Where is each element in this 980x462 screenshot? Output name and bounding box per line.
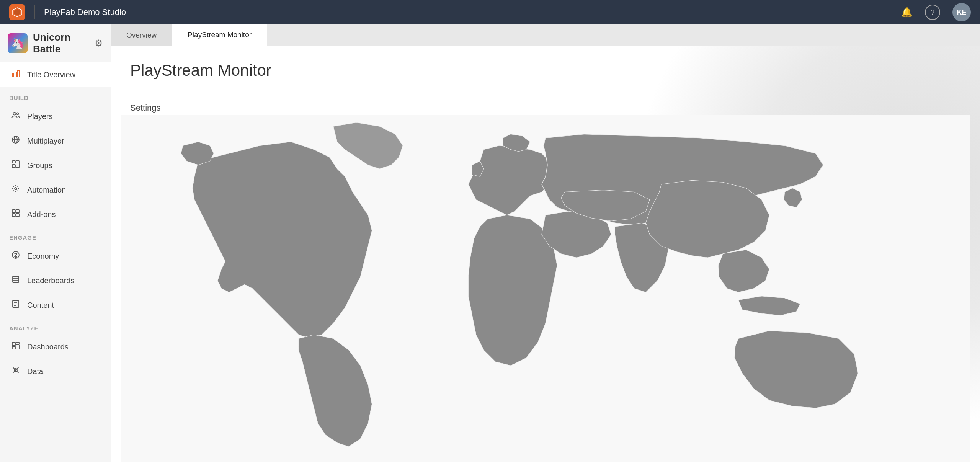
sidebar-item-data[interactable]: Data [0,359,111,384]
svg-point-5 [13,113,16,115]
sidebar-header: 🦄 Unicorn Battle ⚙ [0,24,111,62]
tabs: Overview PlayStream Monitor [111,24,980,46]
bell-icon: 🔔 [901,7,913,18]
dashboards-icon [10,341,21,352]
leaderboards-icon [10,275,21,286]
data-icon [10,366,21,377]
sidebar-item-content[interactable]: Content [0,293,111,317]
sidebar-item-label: Title Overview [27,70,75,79]
tab-playstream-monitor[interactable]: PlayStream Monitor [172,24,267,46]
sidebar-item-economy[interactable]: Economy [0,244,111,268]
section-build: BUILD [0,87,111,104]
sidebar-item-title-overview[interactable]: Title Overview [0,62,111,87]
sidebar-item-label: Content [27,301,54,310]
world-map [111,115,980,462]
svg-rect-27 [12,346,15,349]
settings-icon[interactable]: ⚙ [95,38,103,49]
section-engage: ENGAGE [0,227,111,244]
app-logo [9,4,25,20]
addons-icon [10,209,21,220]
map-container [111,115,980,462]
game-icon: 🦄 [8,33,28,53]
settings-label: Settings [130,103,961,113]
svg-rect-10 [12,161,15,163]
page-title: PlayStream Monitor [130,61,961,80]
help-button[interactable]: ? [925,5,940,20]
svg-rect-14 [12,210,15,213]
content-area: PlayStream Monitor Settings + − [111,46,980,462]
nav-divider [34,5,35,19]
sidebar-item-label: Add-ons [27,210,56,219]
sidebar-item-label: Economy [27,252,59,261]
svg-point-13 [15,188,17,190]
game-title: Unicorn Battle [33,31,89,55]
svg-rect-28 [16,342,19,344]
svg-rect-11 [12,165,15,168]
svg-rect-4 [18,70,19,77]
main-layout: 🦄 Unicorn Battle ⚙ Title Overview BUILD [0,24,980,462]
sidebar-item-label: Groups [27,161,52,170]
sidebar-item-label: Multiplayer [27,137,64,145]
sidebar: 🦄 Unicorn Battle ⚙ Title Overview BUILD [0,24,111,462]
sidebar-item-multiplayer[interactable]: Multiplayer [0,129,111,153]
sidebar-item-label: Players [27,112,53,121]
svg-rect-12 [16,161,19,168]
notifications-button[interactable]: 🔔 [901,7,913,18]
chart-icon [10,69,21,80]
sidebar-item-label: Data [27,367,43,376]
top-nav: PlayFab Demo Studio 🔔 ? KE [0,0,980,24]
sidebar-item-dashboards[interactable]: Dashboards [0,335,111,359]
svg-rect-15 [16,210,19,213]
sidebar-item-players[interactable]: Players [0,104,111,129]
sidebar-item-label: Leaderboards [27,276,74,285]
svg-point-6 [17,113,19,115]
groups-icon [10,160,21,171]
svg-rect-26 [12,342,15,346]
svg-rect-16 [12,214,15,217]
sidebar-item-label: Dashboards [27,343,69,351]
nav-icons: 🔔 ? KE [901,3,971,21]
main-content: Overview PlayStream Monitor PlayStream M… [111,24,980,462]
svg-rect-19 [13,276,19,282]
user-avatar[interactable]: KE [952,3,971,21]
nav-title: PlayFab Demo Studio [44,7,895,17]
svg-rect-2 [12,74,14,77]
content-icon [10,300,21,310]
section-analyze: ANALYZE [0,317,111,335]
sidebar-item-label: Automation [27,186,66,194]
sidebar-item-groups[interactable]: Groups [0,153,111,178]
economy-icon [10,251,21,261]
sidebar-item-addons[interactable]: Add-ons [0,202,111,227]
automation-icon [10,184,21,195]
help-icon: ? [930,8,934,17]
tab-overview[interactable]: Overview [111,24,172,46]
svg-rect-29 [16,345,19,349]
sidebar-item-leaderboards[interactable]: Leaderboards [0,268,111,293]
svg-rect-3 [15,72,16,77]
sidebar-item-automation[interactable]: Automation [0,178,111,202]
svg-rect-17 [16,214,19,217]
players-icon [10,111,21,122]
multiplayer-icon [10,135,21,146]
divider [130,91,961,91]
